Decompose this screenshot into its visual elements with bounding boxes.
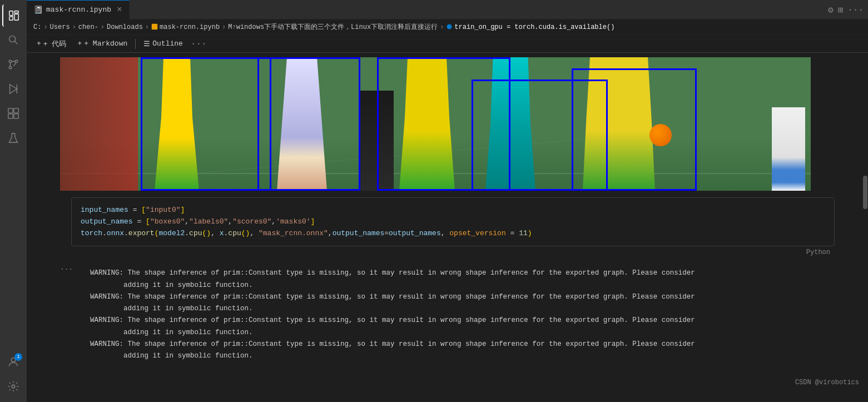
activity-icon-source-control[interactable] [2, 53, 24, 76]
breadcrumb-symbol[interactable]: train_on_gpu = torch.cuda.is_available() [446, 23, 614, 31]
toolbar-divider [135, 39, 136, 49]
settings-icon[interactable]: ⚙ [828, 4, 834, 16]
plus-icon: + [37, 39, 41, 48]
svg-rect-3 [14, 14, 18, 20]
code-line-3: torch.onnx.export(model2.cpu(), x.cpu(),… [81, 228, 825, 240]
svg-rect-13 [8, 114, 13, 118]
activity-bar [0, 0, 27, 402]
code-line-1: input_names = ["input0"] [81, 205, 825, 216]
add-markdown-button[interactable]: + + Markdown [74, 38, 131, 49]
top-right-icons: ⚙ ⊞ ··· [824, 0, 868, 19]
code-content[interactable]: input_names = ["input0"] output_names = … [71, 197, 835, 246]
breadcrumb-cell[interactable]: M↑windows下手动下载下面的三个文件，Linux下取消注释后直接运行 [228, 22, 438, 32]
bbox-2 [257, 57, 360, 191]
main-area: ⚙ ⊞ ··· 📓 mask-rcnn.ipynb × C: › Users ›… [27, 0, 868, 402]
output-content: WARNING: The shape inference of prim::Co… [81, 263, 868, 366]
svg-line-5 [14, 41, 17, 44]
tab-close-button[interactable]: × [117, 5, 122, 15]
svg-rect-12 [14, 108, 18, 113]
activity-icon-account[interactable] [2, 351, 24, 373]
code-line-2: output_names = ["boxes0","labels0","scor… [81, 216, 825, 228]
bbox-5 [572, 68, 697, 191]
breadcrumb-chen[interactable]: chen- [78, 23, 98, 31]
code-cell: input_names = ["input0"] output_names = … [60, 195, 835, 261]
bbox-1 [141, 57, 271, 191]
tab-notebook[interactable]: 📓 mask-rcnn.ipynb × [27, 0, 130, 19]
svg-point-15 [11, 358, 15, 362]
csdn-watermark: CSDN @virobotics [795, 379, 859, 386]
detection-image [60, 57, 811, 191]
warning-line-3: WARNING: The shape inference of prim::Co… [90, 315, 859, 326]
breadcrumb: C: › Users › chen- › Downloads › mask-rc… [27, 19, 868, 35]
plus-md-icon: + [77, 39, 82, 48]
notebook-toolbar: + + 代码 + + Markdown ☰ Outline ··· [27, 35, 868, 53]
svg-marker-9 [10, 85, 17, 94]
warning-line-1b: adding it in symbolic function. [90, 280, 859, 291]
more-actions-icon[interactable]: ··· [847, 5, 864, 15]
svg-point-18 [447, 24, 452, 29]
notebook-content[interactable]: input_names = ["input0"] output_names = … [27, 53, 868, 402]
breadcrumb-c[interactable]: C: [33, 23, 41, 31]
svg-point-6 [9, 60, 12, 63]
add-code-label: + 代码 [43, 39, 67, 49]
activity-icon-run[interactable] [2, 78, 24, 100]
svg-point-4 [9, 36, 16, 42]
layout-icon[interactable]: ⊞ [838, 4, 844, 16]
warning-line-2b: adding it in symbolic function. [90, 303, 859, 315]
warning-line-3b: adding it in symbolic function. [90, 327, 859, 339]
outline-label: Outline [152, 39, 183, 48]
warning-line-1: WARNING: The shape inference of prim::Co… [90, 267, 859, 279]
breadcrumb-notebook[interactable]: mask-rcnn.ipynb [151, 23, 220, 31]
breadcrumb-users[interactable]: Users [50, 23, 70, 31]
warning-line-4: WARNING: The shape inference of prim::Co… [90, 339, 859, 350]
more-options-button[interactable]: ··· [191, 39, 207, 49]
outline-icon: ☰ [143, 39, 150, 48]
tab-label: mask-rcnn.ipynb [46, 6, 111, 14]
scrollbar-thumb[interactable] [863, 176, 867, 209]
svg-point-8 [9, 66, 12, 69]
svg-rect-1 [9, 17, 13, 20]
tab-bar: 📓 mask-rcnn.ipynb × [27, 0, 868, 19]
add-code-button[interactable]: + + 代码 [33, 38, 70, 50]
svg-point-16 [12, 385, 15, 388]
activity-icon-settings[interactable] [2, 375, 24, 398]
scrollbar-track[interactable] [862, 53, 868, 390]
notebook-icon: 📓 [33, 5, 43, 14]
svg-rect-11 [8, 108, 13, 113]
warning-line-4b: adding it in symbolic function. [90, 350, 859, 362]
svg-rect-0 [9, 11, 13, 16]
cell-lang-label: Python [71, 246, 835, 259]
output-cell: ··· WARNING: The shape inference of prim… [60, 261, 868, 369]
outline-button[interactable]: ☰ Outline [140, 38, 186, 49]
activity-icon-extensions[interactable] [2, 102, 24, 125]
image-output-cell [60, 53, 835, 195]
svg-point-7 [15, 60, 18, 63]
breadcrumb-downloads[interactable]: Downloads [107, 23, 143, 31]
activity-icon-flask[interactable] [2, 127, 24, 149]
activity-icon-files[interactable] [2, 4, 24, 27]
warning-line-2: WARNING: The shape inference of prim::Co… [90, 291, 859, 303]
svg-rect-14 [14, 114, 18, 118]
svg-rect-2 [14, 11, 18, 13]
svg-rect-17 [152, 24, 158, 30]
cell-sidebar [60, 197, 71, 259]
output-dots[interactable]: ··· [60, 263, 77, 366]
activity-icon-search[interactable] [2, 29, 24, 51]
add-markdown-label: + Markdown [84, 39, 127, 48]
